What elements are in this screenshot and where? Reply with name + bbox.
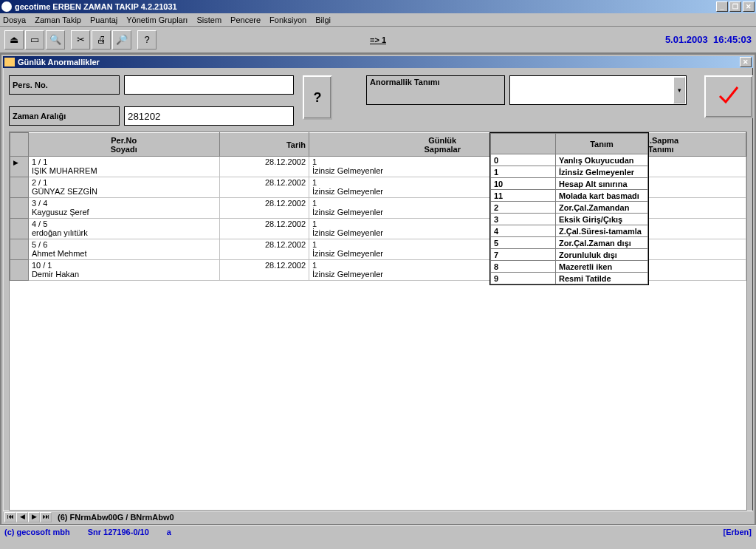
- close-button[interactable]: ✕: [743, 1, 755, 12]
- menu-sistem[interactable]: Sistem: [196, 16, 221, 24]
- nav-label: (6) FNrmAbw00G / BNrmAbw0: [58, 513, 174, 522]
- cell-tarih[interactable]: 28.12.2002: [219, 260, 309, 281]
- cell-perno[interactable]: 4 / 5erdoğan yılıtürk: [28, 219, 219, 239]
- child-close-button[interactable]: ✕: [740, 57, 752, 67]
- minimize-button[interactable]: _: [716, 1, 728, 12]
- row-selector[interactable]: [10, 198, 29, 219]
- app-icon: [1, 1, 12, 12]
- label-zaman: Zaman Aralığı: [9, 106, 120, 126]
- status-copyright: (c) gecosoft mbh: [4, 528, 70, 536]
- cell-perno[interactable]: 2 / 1GÜNYAZ SEZGİN: [28, 177, 219, 198]
- dropdown-item[interactable]: 2Zor.Çal.Zamandan: [491, 202, 648, 214]
- dropdown-item[interactable]: 4Z.Çal.Süresi-tamamla: [491, 225, 648, 237]
- child-window: Günlük Anormallikler ✕ Pers. No. Zaman A…: [1, 55, 755, 524]
- cell-perno[interactable]: 3 / 4Kaygusuz Şeref: [28, 198, 219, 219]
- row-selector[interactable]: [10, 219, 29, 239]
- help-button[interactable]: ?: [303, 75, 332, 120]
- dropdown-item[interactable]: 5Zor.Çal.Zaman dışı: [491, 237, 648, 249]
- menubar: Dosya Zaman Takip Puantaj Yönetim Grupla…: [0, 13, 756, 27]
- menu-puantaj[interactable]: Puantaj: [90, 16, 117, 24]
- dropdown-item[interactable]: 1İzinsiz Gelmeyenler: [491, 166, 648, 178]
- dropdown-header-blank: [491, 134, 556, 154]
- cell-tarih[interactable]: 28.12.2002: [219, 219, 309, 239]
- row-selector[interactable]: [10, 239, 29, 260]
- child-titlebar: Günlük Anormallikler ✕: [3, 56, 753, 68]
- dropdown-item[interactable]: 0Yanlış Okuyucudan: [491, 154, 648, 166]
- nav-next-button[interactable]: ▶: [28, 512, 40, 522]
- menu-zaman-takip[interactable]: Zaman Takip: [35, 16, 81, 24]
- nav-first-button[interactable]: ⏮: [4, 512, 16, 522]
- child-icon: [4, 58, 15, 67]
- dropdown-item[interactable]: 11Molada kart basmadı: [491, 190, 648, 202]
- dropdown-item[interactable]: 10Hesap Alt sınırına: [491, 178, 648, 190]
- row-selector[interactable]: [10, 260, 29, 281]
- data-grid[interactable]: Per.NoSoyadı Tarih GünlükSapmalar G.Sapm…: [9, 132, 747, 511]
- status-snr: Snr 127196-0/10: [88, 528, 149, 536]
- row-selector[interactable]: [10, 177, 29, 198]
- grid-corner: [10, 133, 29, 157]
- menu-pencere[interactable]: Pencere: [230, 16, 261, 24]
- cell-perno[interactable]: 5 / 6Ahmet Mehmet: [28, 239, 219, 260]
- input-persno[interactable]: [124, 75, 294, 95]
- label-anormallik: Anormallik Tanımı: [366, 75, 505, 105]
- dropdown-item[interactable]: 3Eksik Giriş/Çıkış: [491, 214, 648, 225]
- toolbar-counter: => 1: [370, 35, 386, 44]
- anormallik-dropdown-button[interactable]: ▾: [673, 77, 685, 103]
- toolbar: ⏏ ▭ 🔍 ✂ 🖨 🔎 ? => 1 5.01.2003 16:45:03: [0, 27, 756, 53]
- cell-tarih[interactable]: 28.12.2002: [219, 177, 309, 198]
- tool-find-icon[interactable]: 🔎: [112, 30, 131, 50]
- app-titlebar: gecotime ERBEN ZAMAN TAKIP 4.2.21031 _ ❐…: [0, 0, 756, 13]
- menu-yonetim[interactable]: Yönetim Grupları: [126, 16, 188, 24]
- statusbar: (c) gecosoft mbh Snr 127196-0/10 a [Erbe…: [0, 525, 756, 537]
- col-header-tarih[interactable]: Tarih: [219, 133, 309, 157]
- input-anormallik[interactable]: ▾: [509, 75, 687, 105]
- status-a: a: [167, 528, 171, 536]
- cell-tarih[interactable]: 28.12.2002: [219, 198, 309, 219]
- mdi-area: Günlük Anormallikler ✕ Pers. No. Zaman A…: [0, 53, 756, 525]
- tool-cards-icon[interactable]: ▭: [25, 30, 44, 50]
- maximize-button[interactable]: ❐: [729, 1, 741, 12]
- menu-bilgi[interactable]: Bilgi: [315, 16, 331, 24]
- dropdown-item[interactable]: 8Mazeretli iken: [491, 261, 648, 273]
- cell-tarih[interactable]: 28.12.2002: [219, 157, 309, 177]
- row-selector[interactable]: [10, 157, 29, 177]
- menu-fonksiyon[interactable]: Fonksiyon: [269, 16, 306, 24]
- label-persno: Pers. No.: [9, 75, 120, 95]
- child-title: Günlük Anormallikler: [18, 58, 100, 67]
- nav-last-button[interactable]: ⏭: [40, 512, 52, 522]
- filter-form: Pers. No. Zaman Aralığı ? Anormallik Tan…: [3, 68, 753, 132]
- cell-perno[interactable]: 10 / 1Demir Hakan: [28, 260, 219, 281]
- input-zaman[interactable]: [124, 106, 294, 126]
- tool-exit-icon[interactable]: ⏏: [4, 30, 24, 50]
- cell-tarih[interactable]: 28.12.2002: [219, 239, 309, 260]
- app-title: gecotime ERBEN ZAMAN TAKIP 4.2.21031: [15, 2, 715, 11]
- col-header-perno[interactable]: Per.NoSoyadı: [28, 133, 219, 157]
- dropdown-header-tanim[interactable]: Tanım: [556, 134, 648, 154]
- confirm-button[interactable]: [704, 75, 753, 118]
- nav-prev-button[interactable]: ◀: [16, 512, 28, 522]
- dropdown-item[interactable]: 7Zorunluluk dışı: [491, 249, 648, 261]
- record-navigator: ⏮ ◀ ▶ ⏭ (6) FNrmAbw00G / BNrmAbw0: [3, 511, 753, 522]
- cell-perno[interactable]: 1 / 1IŞIK MUHARREM: [28, 157, 219, 177]
- status-erben: [Erben]: [724, 528, 752, 536]
- tool-print-icon[interactable]: 🖨: [92, 30, 111, 50]
- toolbar-datetime: 5.01.2003 16:45:03: [665, 34, 752, 45]
- tanim-dropdown[interactable]: Tanım 0Yanlış Okuyucudan1İzinsiz Gelmeye…: [489, 132, 649, 285]
- menu-dosya[interactable]: Dosya: [3, 16, 26, 24]
- tool-cut-icon[interactable]: ✂: [71, 30, 90, 50]
- tool-help-icon[interactable]: ?: [137, 30, 157, 50]
- tool-zoom-icon[interactable]: 🔍: [46, 30, 65, 50]
- dropdown-item[interactable]: 9Resmi Tatilde: [491, 273, 648, 284]
